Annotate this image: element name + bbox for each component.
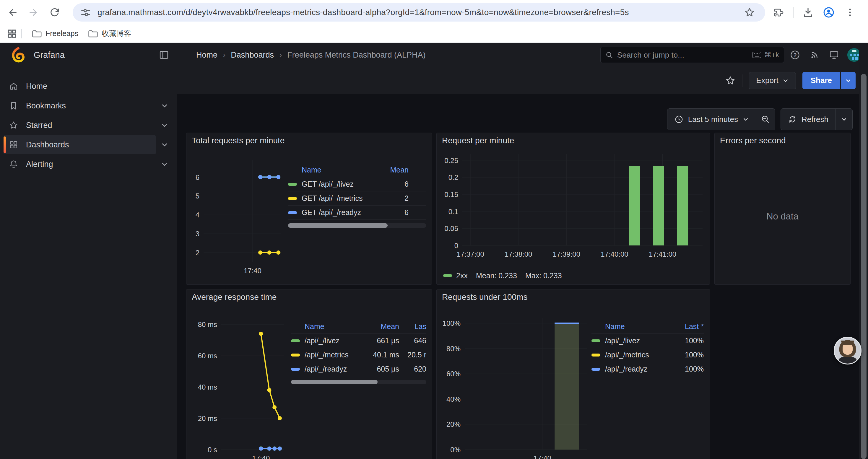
requests-under-100ms-chart[interactable]: 100%80%60%40%20%0%17:40 <box>437 305 591 459</box>
chevron-down-icon[interactable] <box>156 122 174 129</box>
legend-row[interactable]: GET /api/_/livez6 <box>288 177 426 191</box>
legend-header: NameMean <box>288 163 426 177</box>
panel-title[interactable]: Errors per second <box>715 133 850 148</box>
brand-name: Grafana <box>34 50 65 60</box>
breadcrumb: Home › Dashboards › Freeleaps Metrics Da… <box>196 43 426 67</box>
chevron-down-icon <box>841 117 847 122</box>
legend-row[interactable]: GET /api/_/metrics2 <box>288 191 426 205</box>
sidebar-item-home[interactable]: Home <box>4 77 174 96</box>
series-swatch <box>591 368 600 371</box>
chevron-down-icon[interactable] <box>156 102 174 109</box>
sidebar-item-dashboards[interactable]: Dashboards <box>4 135 174 154</box>
legend-row[interactable]: /api/_/livez661 µs646 <box>291 334 426 348</box>
chevron-down-icon[interactable] <box>156 141 174 148</box>
grafana-app: Grafana Home › Dashboards › Freeleaps Me… <box>0 43 868 459</box>
panel-title[interactable]: Request per minute <box>437 133 710 148</box>
favorite-star-icon[interactable] <box>725 75 736 86</box>
no-data-message: No data <box>715 148 850 285</box>
legend-inline[interactable]: 2xx Mean: 0.233 Max: 0.233 <box>437 267 710 285</box>
svg-text:80%: 80% <box>446 345 461 353</box>
time-controls: Last 5 minutes Refresh <box>667 108 852 130</box>
folder-icon <box>32 29 42 39</box>
sidebar-item-starred[interactable]: Starred <box>4 116 174 135</box>
search-input[interactable]: Search or jump to... ⌘+k <box>600 47 784 63</box>
star-icon <box>9 121 18 130</box>
help-icon[interactable]: ? <box>786 46 804 64</box>
share-menu-button[interactable] <box>841 72 856 89</box>
news-rss-icon[interactable] <box>806 46 823 64</box>
bookmark-star-icon[interactable] <box>744 7 755 18</box>
address-bar[interactable]: grafana.mathmast.com/d/deytv4rwavabkb/fr… <box>73 3 765 22</box>
svg-text:0: 0 <box>454 241 458 250</box>
legend-row[interactable]: /api/_/livez100% <box>591 334 704 348</box>
browser-reload-button[interactable] <box>46 4 63 21</box>
breadcrumb-current: Freeleaps Metrics Dashboard (ALPHA) <box>287 51 426 60</box>
floating-assistant-avatar[interactable] <box>834 337 862 364</box>
series-mean: Mean: 0.233 <box>476 271 517 280</box>
scrollbar-thumb[interactable] <box>861 74 867 459</box>
panel-title[interactable]: Average response time <box>186 290 432 305</box>
site-settings-icon[interactable] <box>80 6 92 18</box>
downloads-icon[interactable] <box>800 4 816 21</box>
browser-profile-icon[interactable] <box>820 4 837 21</box>
panel-title[interactable]: Requests under 100ms <box>437 290 710 305</box>
svg-text:40%: 40% <box>446 395 461 403</box>
extensions-icon[interactable] <box>771 4 788 21</box>
total-requests-chart[interactable]: 6543217:40 <box>186 148 287 285</box>
panel-average-response-time: Average response time 80 ms60 ms40 ms20 … <box>186 289 432 459</box>
share-button[interactable]: Share <box>802 72 840 89</box>
svg-text:0.25: 0.25 <box>444 157 458 165</box>
empty-grid-slot <box>714 289 850 459</box>
bookmark-folder-freeleaps[interactable]: Freeleaps <box>27 27 83 40</box>
kiosk-monitor-icon[interactable] <box>826 46 843 64</box>
legend-scrollbar[interactable] <box>291 380 426 384</box>
sidebar-item-alerting[interactable]: Alerting <box>4 155 174 174</box>
refresh-interval-button[interactable] <box>836 109 852 130</box>
browser-toolbar: grafana.mathmast.com/d/deytv4rwavabkb/fr… <box>0 0 868 25</box>
scrollbar-thumb[interactable] <box>291 380 378 384</box>
grafana-logo[interactable] <box>11 47 26 63</box>
series-swatch <box>591 339 600 342</box>
search-shortcut: ⌘+k <box>752 51 779 59</box>
dock-menu-icon[interactable] <box>159 50 169 60</box>
page-scrollbar[interactable] <box>859 43 868 459</box>
clock-icon <box>675 115 683 124</box>
bookmark-folder-blogs[interactable]: 收藏博客 <box>83 27 136 40</box>
series-swatch <box>443 274 452 277</box>
average-response-time-chart[interactable]: 80 ms60 ms40 ms20 ms0 s17:40 <box>186 305 290 459</box>
series-name: 2xx <box>456 271 468 280</box>
svg-text:17:38:00: 17:38:00 <box>505 250 532 258</box>
legend-row[interactable]: GET /api/_/readyz6 <box>288 205 426 220</box>
legend-row[interactable]: /api/_/readyz100% <box>591 362 704 376</box>
browser-forward-button[interactable] <box>25 4 42 21</box>
panel-requests-under-100ms: Requests under 100ms 100%80%60%40%20%0%1… <box>436 289 710 459</box>
export-button[interactable]: Export <box>749 72 796 89</box>
apps-grid-icon[interactable] <box>6 28 17 39</box>
legend-row[interactable]: /api/_/metrics100% <box>591 348 704 362</box>
chevron-down-icon[interactable] <box>156 161 174 168</box>
search-icon <box>606 51 613 59</box>
svg-text:40 ms: 40 ms <box>198 383 217 391</box>
legend-table: NameMeanGET /api/_/livez6GET /api/_/metr… <box>288 163 426 220</box>
scrollbar-thumb[interactable] <box>288 223 388 228</box>
request-per-minute-chart[interactable]: 0.250.20.150.10.05017:37:0017:38:0017:39… <box>440 148 706 267</box>
breadcrumb-home[interactable]: Home <box>196 51 217 60</box>
svg-text:?: ? <box>793 52 797 58</box>
browser-menu-icon[interactable] <box>841 4 859 21</box>
svg-text:60 ms: 60 ms <box>198 352 217 360</box>
legend-row[interactable]: /api/_/metrics40.1 ms20.5 r <box>291 348 426 362</box>
legend-scrollbar[interactable] <box>288 223 426 228</box>
panel-title[interactable]: Total requests per minute <box>186 133 432 148</box>
series-swatch <box>288 183 297 186</box>
sidebar-item-bookmarks[interactable]: Bookmarks <box>4 96 174 115</box>
time-range-picker[interactable]: Last 5 minutes <box>668 109 756 130</box>
svg-text:4: 4 <box>195 211 199 219</box>
refresh-button[interactable]: Refresh <box>781 109 836 130</box>
search-placeholder: Search or jump to... <box>617 51 752 60</box>
breadcrumb-dashboards[interactable]: Dashboards <box>231 51 274 60</box>
legend-container: NameMeanGET /api/_/livez6GET /api/_/metr… <box>287 148 432 285</box>
legend-row[interactable]: /api/_/readyz605 µs620 <box>291 362 426 376</box>
panel-request-per-minute: Request per minute 0.250.20.150.10.05017… <box>436 133 710 285</box>
browser-back-button[interactable] <box>4 4 21 21</box>
zoom-out-button[interactable] <box>756 109 775 130</box>
